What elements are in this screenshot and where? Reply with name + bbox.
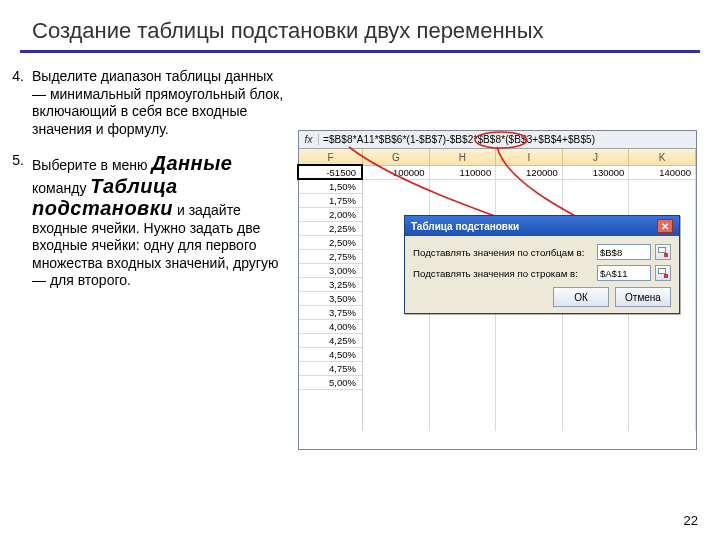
- col-head-K[interactable]: K: [629, 149, 696, 166]
- slide-title: Создание таблицы подстановки двух переме…: [32, 18, 688, 44]
- cell[interactable]: 2,75%: [299, 250, 362, 264]
- ok-button[interactable]: ОК: [553, 287, 609, 307]
- cell[interactable]: 4,25%: [299, 334, 362, 348]
- cell[interactable]: 4,00%: [299, 320, 362, 334]
- row-input-field[interactable]: [597, 265, 651, 281]
- cell[interactable]: 4,75%: [299, 362, 362, 376]
- cell[interactable]: 4,50%: [299, 348, 362, 362]
- col-head-H[interactable]: H: [430, 149, 497, 166]
- cell[interactable]: 3,25%: [299, 278, 362, 292]
- cell[interactable]: 100000: [363, 166, 429, 180]
- cell[interactable]: 5,00%: [299, 376, 362, 390]
- label-row-input: Подставлять значения по строкам в:: [413, 268, 597, 279]
- formula-bar[interactable]: =$B$8*A11*$B$6*(1-$B$7)-$B$2*$B$8*($B$3+…: [319, 134, 599, 145]
- page-number: 22: [684, 513, 698, 528]
- refedit-icon[interactable]: [655, 244, 671, 260]
- cell[interactable]: 1,50%: [299, 180, 362, 194]
- list-text-5: Выберите в меню Данные команду Таблица п…: [32, 152, 286, 290]
- cancel-button[interactable]: Отмена: [615, 287, 671, 307]
- label-column-input: Подставлять значения по столбцам в:: [413, 247, 597, 258]
- cell[interactable]: 140000: [629, 166, 695, 180]
- cell[interactable]: 2,50%: [299, 236, 362, 250]
- menu-name-data: Данные: [151, 152, 232, 174]
- col-head-F[interactable]: F: [299, 149, 363, 166]
- cell[interactable]: 2,25%: [299, 222, 362, 236]
- refedit-icon[interactable]: [655, 265, 671, 281]
- column-input-field[interactable]: [597, 244, 651, 260]
- dialog-title: Таблица подстановки: [411, 221, 519, 232]
- list-number-5: 5.: [8, 152, 32, 290]
- cell[interactable]: 1,75%: [299, 194, 362, 208]
- cell[interactable]: 130000: [563, 166, 629, 180]
- fx-icon[interactable]: fx: [299, 134, 319, 145]
- cell[interactable]: 3,50%: [299, 292, 362, 306]
- title-underline: [20, 50, 700, 53]
- cell[interactable]: 2,00%: [299, 208, 362, 222]
- col-head-I[interactable]: I: [496, 149, 563, 166]
- col-head-G[interactable]: G: [363, 149, 430, 166]
- list-number-4: 4.: [8, 68, 32, 138]
- cell[interactable]: 110000: [430, 166, 496, 180]
- cell[interactable]: 3,75%: [299, 306, 362, 320]
- cell[interactable]: 120000: [496, 166, 562, 180]
- datatable-dialog: Таблица подстановки ✕ Подставлять значен…: [404, 215, 680, 314]
- body-text: 4. Выделите диапазон таблицы данных — ми…: [8, 68, 286, 304]
- list-text-4: Выделите диапазон таблицы данных — миним…: [32, 68, 286, 138]
- col-F: -51500 1,50% 1,75% 2,00% 2,25% 2,50% 2,7…: [299, 166, 363, 431]
- cell[interactable]: 3,00%: [299, 264, 362, 278]
- column-headers: F G H I J K: [299, 149, 696, 166]
- cell[interactable]: -51500: [299, 166, 362, 180]
- close-icon[interactable]: ✕: [657, 219, 673, 233]
- col-head-J[interactable]: J: [563, 149, 630, 166]
